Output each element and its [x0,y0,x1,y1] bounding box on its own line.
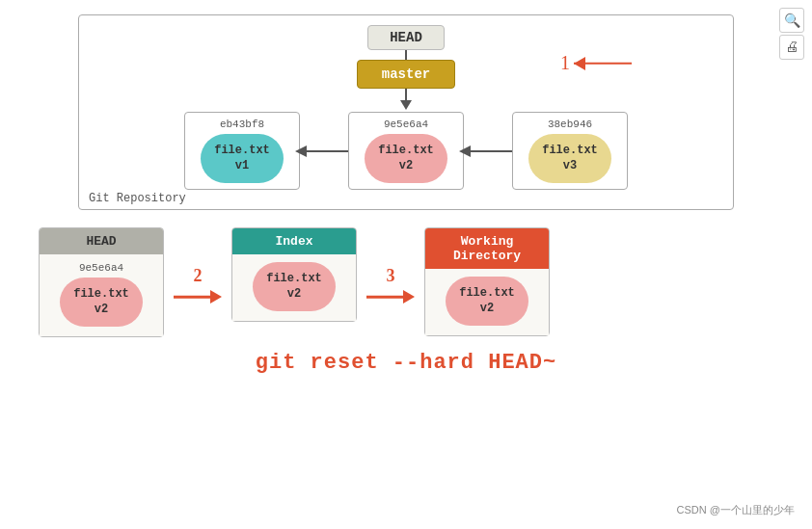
watermark: CSDN @一个山里的少年 [677,503,795,517]
git-repo-label: Git Repository [89,192,186,205]
commit-box-1: eb43bf8 file.txtv1 [184,112,300,190]
annotation-1-arrow [574,54,641,73]
blob-2: file.txtv2 [365,134,447,183]
arrow-2-line [174,288,222,305]
head-master-column: HEAD master [357,25,455,110]
index-header-label: Index [275,234,312,249]
arrow-3-container: 3 [357,266,424,305]
head-header-label: HEAD [86,234,116,249]
zoom-in-button[interactable]: 🔍 [779,8,804,33]
commits-row: eb43bf8 file.txtv1 9e5e6a4 file.txtv2 38… [94,112,718,190]
commit-arrow-1-2 [295,143,353,160]
master-label: master [382,66,430,82]
commit-hash-1: eb43bf8 [195,119,289,130]
working-dir-blob: file.txtv2 [446,277,528,326]
head-box-bottom: HEAD 9e5e6a4 file.txtv2 [39,227,164,337]
index-content: file.txtv2 [232,254,356,321]
head-header-bottom: HEAD [40,228,163,254]
head-hash-bottom: 9e5e6a4 [49,262,153,274]
master-box: master [357,60,455,89]
working-dir-box: WorkingDirectory file.txtv2 [424,227,550,336]
commit-hash-2: 9e5e6a4 [359,119,453,130]
working-dir-label: WorkingDirectory [453,234,521,263]
commit-arrow-2-3 [459,143,517,160]
head-content: 9e5e6a4 file.txtv2 [40,254,163,336]
git-command: git reset --hard HEAD~ [19,351,793,375]
git-command-text: git reset --hard HEAD~ [256,351,556,375]
blob-3: file.txtv3 [528,134,611,183]
arrow-3-line [366,288,415,305]
arrow-3: 3 [366,266,415,305]
print-icon: 🖨 [785,40,798,55]
commit-box-2: 9e5e6a4 file.txtv2 [348,112,464,190]
arrow-2-num: 2 [194,266,203,286]
bottom-section: HEAD 9e5e6a4 file.txtv2 2 Index file.txt… [19,227,793,337]
main-container: 🔍 🖨 HEAD master [0,0,812,529]
master-connector [405,89,407,100]
master-down-arrow [400,100,412,110]
blob-1: file.txtv1 [201,134,284,183]
commit-hash-3: 38eb946 [523,119,617,130]
zoom-in-icon: 🔍 [784,13,800,29]
toolbar: 🔍 🖨 [779,8,804,60]
head-box-top: HEAD [367,25,445,50]
index-box: Index file.txtv2 [231,227,357,322]
index-header: Index [232,228,356,254]
head-blob-bottom: file.txtv2 [60,278,143,327]
arrow-2-container: 2 [164,266,231,305]
head-connector [405,50,407,60]
print-button[interactable]: 🖨 [779,35,804,60]
index-blob: file.txtv2 [253,262,336,311]
annotation-1-number: 1 [560,52,570,74]
annotation-1: 1 [560,52,641,74]
arrow-3-num: 3 [387,266,395,286]
arrow-2: 2 [174,266,222,305]
working-dir-content: file.txtv2 [425,269,549,335]
head-label-top: HEAD [390,30,422,45]
commit-box-3: 38eb946 file.txtv3 [512,112,628,190]
git-repo-section: HEAD master 1 eb43bf8 file [78,14,734,210]
working-dir-header: WorkingDirectory [425,228,549,269]
watermark-text: CSDN @一个山里的少年 [677,504,795,516]
